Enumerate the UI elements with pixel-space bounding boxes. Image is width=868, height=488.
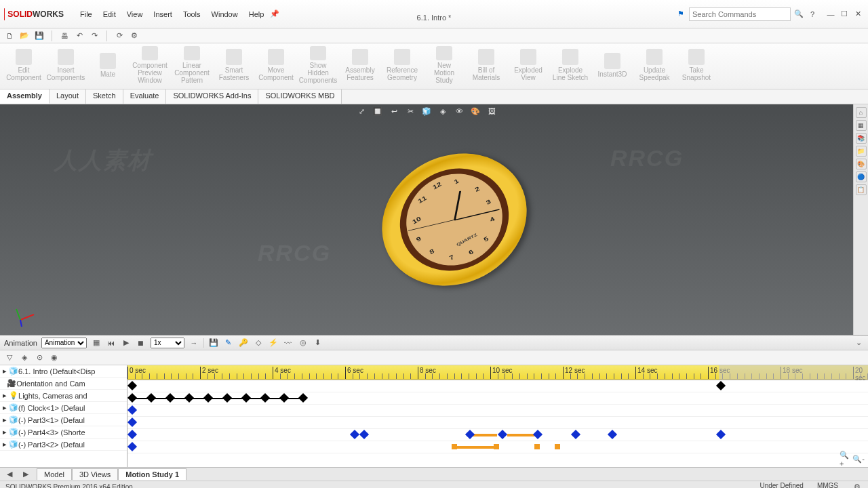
home-icon[interactable]: ⌂: [856, 107, 867, 118]
search-icon[interactable]: 🔍: [793, 9, 804, 20]
play-start-icon[interactable]: ⏮: [106, 338, 117, 348]
keyframe[interactable]: [498, 430, 507, 439]
ribbon-exploded-view[interactable]: ExplodedView: [509, 46, 548, 84]
timeline-ruler[interactable]: 0 sec2 sec4 sec6 sec8 sec10 sec12 sec14 …: [127, 365, 868, 380]
filter-selected-icon[interactable]: ⊙: [34, 352, 45, 363]
collapse-icon[interactable]: ⌄: [853, 338, 864, 348]
animation-wizard-icon[interactable]: ✎: [223, 338, 234, 348]
add-key-icon[interactable]: ◇: [253, 338, 264, 348]
play-mode-icon[interactable]: →: [189, 338, 199, 348]
close-button[interactable]: ✕: [852, 8, 864, 20]
keyframe[interactable]: [127, 393, 137, 403]
keyframe[interactable]: [127, 430, 137, 439]
tab-sketch[interactable]: Sketch: [86, 89, 123, 104]
design-library-icon[interactable]: 📚: [856, 133, 867, 144]
tl-row-part4-3[interactable]: [127, 441, 868, 453]
motor-icon[interactable]: ⚡: [268, 338, 279, 348]
menu-view[interactable]: View: [121, 7, 149, 21]
open-icon[interactable]: 📂: [19, 30, 30, 41]
ribbon-update-speedpak[interactable]: UpdateSpeedpak: [635, 46, 674, 84]
scene-icon[interactable]: 🖼: [486, 106, 497, 117]
hide-show-icon[interactable]: 👁: [454, 106, 465, 117]
autokey-icon[interactable]: 🔑: [238, 338, 249, 348]
tab-layout[interactable]: Layout: [50, 89, 86, 104]
tree-row-part3-2[interactable]: ▸ 🧊 (-) Part3<2> (Defaul: [0, 439, 127, 451]
filter-driving-icon[interactable]: ◈: [19, 352, 30, 363]
ribbon-component-preview[interactable]: ComponentPreview Window: [130, 46, 170, 84]
rebuild-icon[interactable]: ⟳: [114, 30, 125, 41]
ribbon-edit-component[interactable]: EditComponent: [4, 46, 43, 84]
save-icon[interactable]: 💾: [34, 30, 45, 41]
keyframe[interactable]: [571, 430, 580, 439]
ribbon-assembly-features[interactable]: AssemblyFeatures: [340, 46, 380, 84]
ribbon-show-hidden[interactable]: ShowHidden Components: [298, 46, 338, 84]
minimize-button[interactable]: —: [825, 8, 837, 20]
command-search-input[interactable]: [690, 10, 790, 18]
calculate-icon[interactable]: ▦: [91, 338, 102, 348]
ribbon-reference-geometry[interactable]: ReferenceGeometry: [382, 46, 422, 84]
keyframe[interactable]: [127, 418, 137, 427]
keyframe[interactable]: [716, 430, 726, 439]
appearances-icon[interactable]: 🔵: [856, 171, 867, 182]
prev-view-icon[interactable]: ↩: [389, 106, 399, 117]
keyframe[interactable]: [465, 430, 475, 439]
ribbon-smart-fasteners[interactable]: SmartFasteners: [214, 46, 254, 84]
tree-row-part3-1[interactable]: ▸ 🧊 (-) Part3<1> (Defaul: [0, 414, 127, 426]
tab-motion-study-1[interactable]: Motion Study 1: [118, 468, 186, 480]
keyframe[interactable]: [494, 444, 499, 449]
tree-row-assembly[interactable]: ▸ 🧊 6.1. Intro (Default<Disp: [0, 365, 127, 378]
tab-addins[interactable]: SOLIDWORKS Add-Ins: [166, 89, 258, 104]
keyframe[interactable]: [165, 393, 175, 403]
menu-edit[interactable]: Edit: [98, 7, 121, 21]
ribbon-instant3d[interactable]: Instant3D: [593, 46, 632, 84]
ribbon-explode-line[interactable]: ExplodeLine Sketch: [551, 46, 590, 84]
tab-3d-views[interactable]: 3D Views: [72, 468, 118, 480]
tl-row-orientation[interactable]: [127, 392, 868, 405]
tab-assembly[interactable]: Assembly: [0, 89, 50, 104]
graphics-viewport[interactable]: ⤢ 🔲 ↩ ✂ 🧊 ◈ 👁 🎨 🖼 12 1 2 3 4 5 6 7 8 9: [0, 104, 853, 335]
ribbon-bom[interactable]: Bill ofMaterials: [467, 46, 506, 84]
tab-evaluate[interactable]: Evaluate: [123, 89, 167, 104]
play-icon[interactable]: ▶: [121, 338, 132, 348]
stop-icon[interactable]: ⏹: [136, 338, 146, 348]
keyframe[interactable]: [146, 393, 156, 403]
file-explorer-icon[interactable]: 📁: [856, 146, 867, 157]
playback-speed-select[interactable]: 1x: [151, 338, 184, 348]
keyframe[interactable]: [222, 393, 232, 403]
keyframe[interactable]: [350, 430, 359, 439]
save-animation-icon[interactable]: 💾: [208, 338, 219, 348]
keyframe[interactable]: [184, 393, 194, 403]
command-search[interactable]: [689, 7, 791, 21]
keyframe[interactable]: [533, 430, 542, 439]
tab-scroll-left-icon[interactable]: ◀: [4, 469, 15, 480]
status-units[interactable]: MMGS: [817, 482, 838, 489]
section-view-icon[interactable]: ✂: [405, 106, 416, 117]
maximize-button[interactable]: ☐: [838, 8, 850, 20]
ribbon-linear-pattern[interactable]: LinearComponent Pattern: [172, 46, 212, 84]
menu-file[interactable]: File: [75, 7, 98, 21]
tl-row-clock[interactable]: [127, 417, 868, 429]
ribbon-mate[interactable]: Mate: [88, 46, 127, 84]
help-icon[interactable]: ?: [807, 9, 818, 20]
tree-row-orientation[interactable]: 🎥 Orientation and Cam: [0, 378, 127, 390]
keyframe[interactable]: [127, 405, 137, 415]
ribbon-take-snapshot[interactable]: TakeSnapshot: [677, 46, 716, 84]
undo-icon[interactable]: ↶: [74, 30, 85, 41]
menu-window[interactable]: Window: [206, 7, 243, 21]
status-gear-icon[interactable]: ⚙: [852, 482, 863, 489]
timeline[interactable]: 0 sec2 sec4 sec6 sec8 sec10 sec12 sec14 …: [127, 365, 868, 467]
ribbon-new-motion-study[interactable]: NewMotion Study: [425, 46, 464, 84]
keyframe[interactable]: [241, 393, 251, 403]
keyframe[interactable]: [279, 393, 289, 403]
view-orientation-icon[interactable]: 🧊: [421, 106, 432, 117]
ribbon-move-component[interactable]: MoveComponent: [256, 46, 296, 84]
view-palette-icon[interactable]: 🎨: [856, 159, 867, 169]
options-icon[interactable]: ⚙: [129, 30, 140, 41]
tree-row-clock[interactable]: ▸ 🧊 (f) Clock<1> (Defaul: [0, 402, 127, 414]
menu-insert[interactable]: Insert: [148, 7, 178, 21]
flag-icon[interactable]: ⚑: [675, 9, 686, 20]
print-icon[interactable]: 🖶: [59, 30, 70, 41]
keyframe[interactable]: [298, 393, 308, 403]
tab-mbd[interactable]: SOLIDWORKS MBD: [258, 89, 342, 104]
tl-row-part3-1[interactable]: [127, 429, 868, 441]
